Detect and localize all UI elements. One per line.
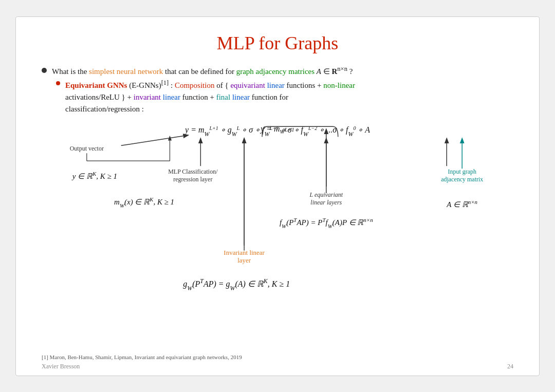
svg-text:MLP Classification/: MLP Classification/ [168,168,218,175]
bullet-1: What is the simplest neural network that… [42,65,513,76]
bullet-2: Equivariant GNNs (E-GNNs)[1] : Compositi… [56,78,513,116]
bullet-1-text: What is the simplest neural network that… [52,65,353,76]
svg-text:adjacency matrix: adjacency matrix [441,176,483,183]
svg-line-2 [121,136,188,146]
svg-text:layer: layer [237,256,251,264]
footer-page: 24 [507,363,513,370]
svg-text:fW(PTAP) = PTfW(A)P ∈ ℝn×n: fW(PTAP) = PTfW(A)P ∈ ℝn×n [280,217,373,229]
bullet-dot-2 [56,81,60,85]
slide: MLP for Graphs What is the simplest neur… [15,16,540,376]
bullet-dot-1 [42,68,47,73]
svg-text:A ∈ ℝn×n: A ∈ ℝn×n [446,199,477,209]
svg-text:gW(PTAP) = gW(A) ∈ ℝK, K ≥ 1: gW(PTAP) = gW(A) ∈ ℝK, K ≥ 1 [183,277,290,292]
svg-text:Output vector: Output vector [70,145,104,153]
diagram-svg: y = mWL+1 y = mWL+1 ∘ gWL ∘ σ ∘ fWL−1 ∘ … [42,117,513,307]
footer-author: Xavier Bresson [42,363,80,370]
bullet-2-text: Equivariant GNNs (E-GNNs)[1] : Compositi… [65,78,355,116]
svg-text:y ∈ ℝK, K ≥ 1: y ∈ ℝK, K ≥ 1 [71,171,117,180]
svg-text:regression layer: regression layer [173,176,212,183]
diagram: y = mWL+1 y = mWL+1 ∘ gWL ∘ σ ∘ fWL−1 ∘ … [42,117,513,307]
svg-text:Input graph: Input graph [448,168,476,175]
footnote: [1] Maron, Ben-Hamu, Shamir, Lipman, Inv… [42,354,242,360]
slide-title: MLP for Graphs [42,32,513,54]
svg-text:mW(x) ∈ ℝK, K ≥ 1: mW(x) ∈ ℝK, K ≥ 1 [114,196,174,209]
svg-text:linear layers: linear layers [310,199,342,206]
